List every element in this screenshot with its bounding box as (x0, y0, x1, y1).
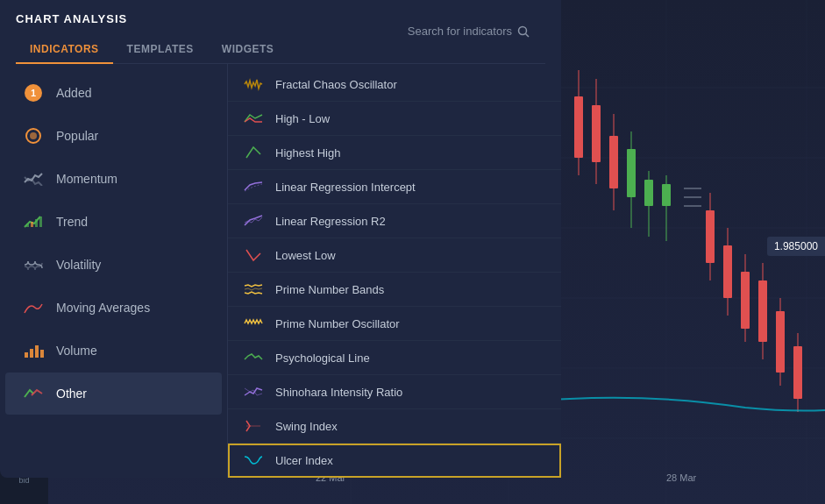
sidebar-item-other[interactable]: Other (5, 373, 222, 415)
fractal-chaos-icon (242, 75, 265, 93)
svg-rect-53 (25, 352, 28, 358)
momentum-icon (21, 167, 46, 191)
category-label-added: Added (56, 86, 91, 100)
price-label: 1.985000 (767, 237, 825, 256)
svg-point-48 (30, 132, 37, 139)
svg-point-45 (519, 26, 527, 34)
search-bar[interactable]: Search for indicators (408, 25, 530, 38)
sidebar-item-trend[interactable]: Trend (5, 201, 222, 243)
svg-rect-28 (723, 245, 732, 298)
indicator-psychological-line[interactable]: Psychological Line (228, 341, 561, 375)
sidebar-item-moving-averages[interactable]: Moving Averages (5, 287, 222, 329)
psych-icon (242, 349, 265, 366)
svg-rect-13 (592, 105, 601, 162)
date-label-2: 28 Mar (666, 472, 696, 483)
indicator-list: Fractal Chaos Oscillator High - Low (228, 64, 561, 478)
indicator-linear-regression-r2[interactable]: Linear Regression R2 (228, 204, 561, 238)
category-label-popular: Popular (56, 129, 98, 143)
svg-rect-11 (574, 96, 583, 158)
shinohara-icon (242, 383, 265, 401)
indicator-label-fractal-chaos: Fractal Chaos Oscillator (275, 78, 397, 91)
category-label-momentum: Momentum (56, 172, 117, 186)
category-label-volatility: Volatility (56, 258, 101, 272)
indicator-panel: CHART ANALYSIS Search for indicators IND… (0, 0, 561, 478)
highest-high-icon (242, 144, 265, 161)
high-low-icon (242, 110, 265, 127)
panel-header: CHART ANALYSIS Search for indicators IND… (0, 0, 561, 64)
indicator-label-ulcer: Ulcer Index (275, 454, 333, 467)
sidebar-item-volume[interactable]: Volume (5, 330, 222, 372)
svg-rect-19 (644, 180, 653, 206)
popular-icon (21, 124, 46, 148)
sidebar-item-momentum[interactable]: Momentum (5, 158, 222, 200)
category-label-volume: Volume (56, 344, 97, 358)
trend-icon (21, 209, 46, 234)
volume-icon (21, 338, 46, 363)
indicator-label-lowest-low: Lowest Low (275, 249, 336, 262)
indicator-label-lr-intercept: Linear Regression Intercept (275, 181, 416, 194)
svg-rect-56 (40, 350, 44, 358)
indicator-label-high-low: High - Low (275, 112, 330, 125)
ulcer-icon (242, 451, 265, 469)
svg-rect-32 (758, 280, 767, 342)
panel-title: CHART ANALYSIS (16, 12, 127, 25)
added-icon: 1 (21, 81, 46, 105)
panel-body: 1 Added Popular (0, 64, 561, 478)
svg-rect-54 (30, 349, 33, 358)
svg-rect-36 (793, 346, 802, 399)
svg-rect-30 (741, 272, 750, 329)
indicator-swing-index[interactable]: Swing Index (228, 409, 561, 444)
svg-rect-55 (35, 345, 39, 358)
volatility-icon (21, 252, 46, 277)
categories-list: 1 Added Popular (0, 64, 228, 478)
tab-templates[interactable]: TEMPLATES (113, 36, 208, 64)
svg-rect-21 (662, 184, 671, 206)
category-label-other: Other (56, 387, 87, 401)
svg-line-46 (526, 33, 530, 37)
indicator-shinohara[interactable]: Shinohara Intensity Ratio (228, 375, 561, 409)
tab-widgets[interactable]: WIDGETS (208, 36, 288, 64)
category-label-moving-averages: Moving Averages (56, 301, 150, 315)
indicator-high-low[interactable]: High - Low (228, 102, 561, 136)
indicator-highest-high[interactable]: Highest High (228, 136, 561, 170)
svg-rect-17 (627, 149, 636, 197)
prime-osc-icon (242, 315, 265, 332)
svg-rect-34 (776, 311, 785, 373)
svg-rect-15 (609, 136, 618, 188)
prime-bands-icon (242, 280, 265, 298)
indicator-ulcer-index[interactable]: Ulcer Index (228, 444, 561, 478)
indicator-label-swing: Swing Index (275, 420, 338, 433)
indicator-label-shinohara: Shinohara Intensity Ratio (275, 386, 402, 399)
svg-rect-51 (35, 219, 38, 227)
search-placeholder: Search for indicators (408, 25, 512, 38)
indicator-label-prime-osc: Prime Number Oscillator (275, 317, 400, 330)
indicator-prime-number-oscillator[interactable]: Prime Number Oscillator (228, 307, 561, 341)
indicator-label-prime-bands: Prime Number Bands (275, 283, 384, 296)
lr-intercept-icon (242, 178, 265, 195)
indicator-prime-number-bands[interactable]: Prime Number Bands (228, 273, 561, 307)
svg-rect-50 (31, 222, 33, 227)
indicator-fractal-chaos[interactable]: Fractal Chaos Oscillator (228, 67, 561, 102)
moving-averages-icon (21, 295, 46, 320)
sidebar-item-added[interactable]: 1 Added (5, 72, 222, 114)
indicator-label-lr-r2: Linear Regression R2 (275, 215, 386, 228)
sidebar-item-volatility[interactable]: Volatility (5, 244, 222, 286)
indicator-label-psych: Psychological Line (275, 351, 370, 365)
sidebar-item-popular[interactable]: Popular (5, 115, 222, 157)
indicator-lowest-low[interactable]: Lowest Low (228, 238, 561, 273)
category-label-trend: Trend (56, 215, 88, 229)
indicator-label-highest-high: Highest High (275, 146, 340, 160)
swing-icon (242, 417, 265, 435)
svg-rect-49 (26, 224, 29, 227)
svg-rect-52 (39, 217, 42, 227)
svg-rect-26 (706, 210, 715, 263)
lowest-low-icon (242, 246, 265, 264)
other-icon (21, 381, 46, 406)
indicator-linear-regression-intercept[interactable]: Linear Regression Intercept (228, 170, 561, 204)
lr-r2-icon (242, 212, 265, 230)
panel-tabs: INDICATORS TEMPLATES WIDGETS (16, 36, 545, 64)
tab-indicators[interactable]: INDICATORS (16, 36, 113, 64)
